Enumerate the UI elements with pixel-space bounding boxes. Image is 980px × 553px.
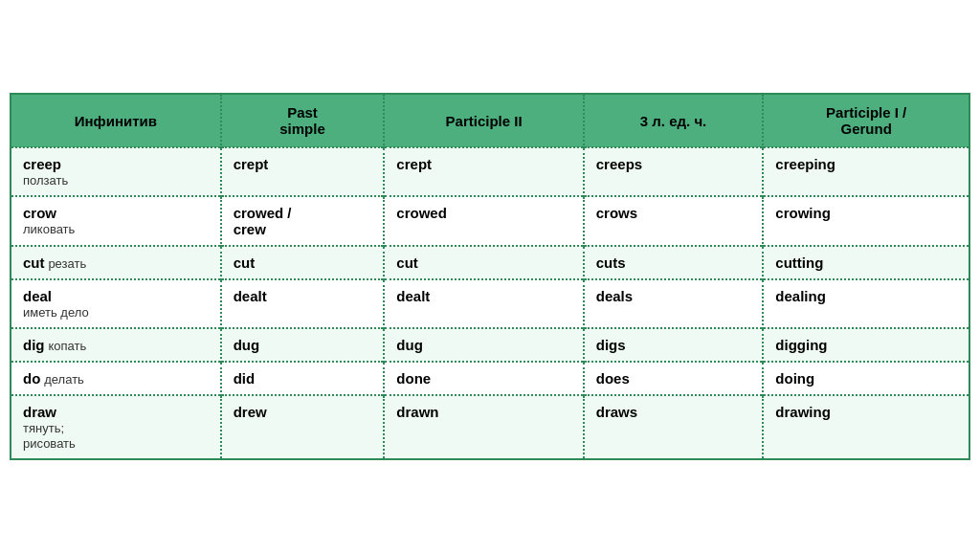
cell-past-simple: cut [221,246,385,279]
cell-infinitive: creepползать [11,147,221,196]
col-header-gerund: Participle I /Gerund [763,95,969,147]
cell-infinitive: do делать [11,362,221,395]
cell-third-person: creeps [584,147,764,196]
table-row: dig копатьdugdugdigsdigging [11,328,969,362]
cell-participle2: dug [384,328,583,362]
table-row: crowликоватьcrowed /crewcrowedcrowscrowi… [11,196,969,246]
cell-past-simple: drew [221,395,385,458]
verb-translation: ползать [23,173,68,188]
cell-participle2: crowed [384,196,583,246]
table-row: creepползатьcreptcreptcreepscreeping [11,147,969,196]
cell-participle2: dealt [384,279,583,328]
cell-gerund: crowing [763,196,969,246]
cell-infinitive: crowликовать [11,196,221,246]
cell-third-person: crows [584,196,764,246]
cell-gerund: dealing [763,279,969,328]
verb-translation: делать [44,372,84,387]
col-header-participle2: Participle II [384,95,583,147]
verb-word: cut [23,254,45,271]
cell-infinitive: dealиметь дело [11,279,221,328]
verb-word: crow [23,205,56,221]
cell-third-person: digs [584,328,764,362]
cell-third-person: draws [584,395,764,458]
cell-past-simple: did [221,362,385,395]
cell-gerund: doing [763,362,969,395]
cell-past-simple: crowed /crew [221,196,385,246]
table-row: dealиметь делоdealtdealtdealsdealing [11,279,969,328]
cell-participle2: drawn [384,395,583,458]
cell-participle2: done [384,362,583,395]
cell-gerund: digging [763,328,969,362]
verb-translation: иметь дело [23,305,89,320]
col-header-past-simple: Pastsimple [221,95,385,147]
verb-word: draw [23,404,56,420]
cell-past-simple: crept [221,147,385,196]
cell-participle2: crept [384,147,583,196]
col-header-third-person: 3 л. ед. ч. [584,95,764,147]
main-table-wrapper: Инфинитив Pastsimple Participle II 3 л. … [10,93,970,460]
cell-third-person: cuts [584,246,764,279]
cell-infinitive: drawтянуть;рисовать [11,395,221,458]
verb-table: Инфинитив Pastsimple Participle II 3 л. … [11,95,969,458]
table-row: cut резатьcutcutcutscutting [11,246,969,279]
header-row: Инфинитив Pastsimple Participle II 3 л. … [11,95,969,147]
verb-translation: копать [48,339,86,353]
cell-gerund: cutting [763,246,969,279]
verb-word: dig [23,337,45,353]
cell-past-simple: dealt [221,279,385,328]
col-header-infinitive: Инфинитив [11,95,221,147]
cell-infinitive: dig копать [11,328,221,362]
verb-translation: тянуть;рисовать [23,421,76,451]
cell-gerund: drawing [763,395,969,458]
verb-translation: резать [48,256,86,271]
cell-gerund: creeping [763,147,969,196]
verb-translation: ликовать [23,222,75,236]
verb-word: do [23,370,40,387]
cell-infinitive: cut резать [11,246,221,279]
table-row: do делатьdiddonedoesdoing [11,362,969,395]
verb-word: creep [23,156,61,172]
verb-word: deal [23,288,52,304]
table-row: drawтянуть;рисоватьdrewdrawndrawsdrawing [11,395,969,458]
cell-participle2: cut [384,246,583,279]
cell-third-person: does [584,362,764,395]
cell-third-person: deals [584,279,764,328]
cell-past-simple: dug [221,328,385,362]
